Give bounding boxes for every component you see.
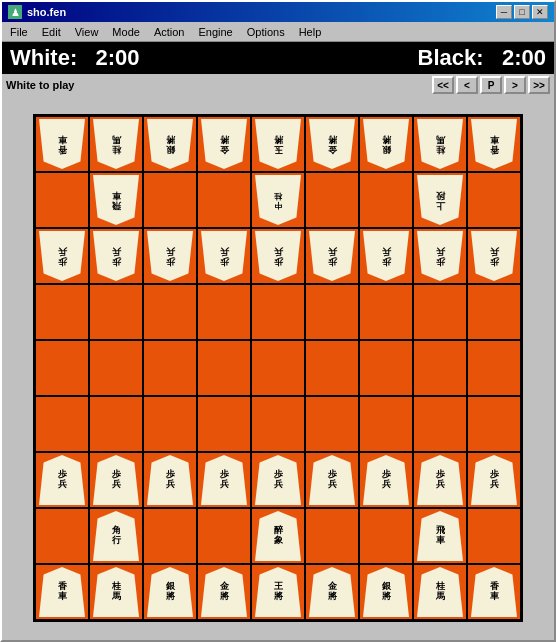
cell-r4c4[interactable] (197, 284, 251, 340)
cell-r4c1[interactable] (35, 284, 89, 340)
cell-r7c6[interactable]: 歩兵 (305, 452, 359, 508)
menu-file[interactable]: File (4, 24, 34, 39)
cell-r7c4[interactable]: 歩兵 (197, 452, 251, 508)
cell-r6c6[interactable] (305, 396, 359, 452)
cell-r8c4[interactable] (197, 508, 251, 564)
shogi-board[interactable]: 香車 桂馬 銀將 金將 玉將 金將 銀將 桂馬 香車 飛車 中桂 上段 歩兵 歩… (33, 114, 523, 622)
cell-r2c4[interactable] (197, 172, 251, 228)
cell-r6c7[interactable] (359, 396, 413, 452)
cell-r5c5[interactable] (251, 340, 305, 396)
cell-r3c3[interactable]: 歩兵 (143, 228, 197, 284)
piece-black-pawn-6: 歩兵 (309, 231, 355, 281)
menu-action[interactable]: Action (148, 24, 191, 39)
cell-r6c2[interactable] (89, 396, 143, 452)
nav-first-button[interactable]: << (432, 76, 454, 94)
nav-next-button[interactable]: > (504, 76, 526, 94)
cell-r8c8[interactable]: 飛車 (413, 508, 467, 564)
nav-last-button[interactable]: >> (528, 76, 550, 94)
cell-r3c4[interactable]: 歩兵 (197, 228, 251, 284)
cell-r4c8[interactable] (413, 284, 467, 340)
cell-r2c6[interactable] (305, 172, 359, 228)
menu-mode[interactable]: Mode (106, 24, 146, 39)
cell-r3c8[interactable]: 歩兵 (413, 228, 467, 284)
cell-r1c3[interactable]: 銀將 (143, 116, 197, 172)
cell-r5c1[interactable] (35, 340, 89, 396)
cell-r9c1[interactable]: 香車 (35, 564, 89, 620)
menu-edit[interactable]: Edit (36, 24, 67, 39)
nav-prev-button[interactable]: < (456, 76, 478, 94)
cell-r7c5[interactable]: 歩兵 (251, 452, 305, 508)
cell-r5c4[interactable] (197, 340, 251, 396)
cell-r2c9[interactable] (467, 172, 521, 228)
cell-r2c8[interactable]: 上段 (413, 172, 467, 228)
nav-pass-button[interactable]: P (480, 76, 502, 94)
cell-r2c7[interactable] (359, 172, 413, 228)
cell-r1c1[interactable]: 香車 (35, 116, 89, 172)
cell-r2c3[interactable] (143, 172, 197, 228)
cell-r3c5[interactable]: 歩兵 (251, 228, 305, 284)
cell-r7c7[interactable]: 歩兵 (359, 452, 413, 508)
cell-r3c9[interactable]: 歩兵 (467, 228, 521, 284)
cell-r1c6[interactable]: 金將 (305, 116, 359, 172)
menu-options[interactable]: Options (241, 24, 291, 39)
cell-r8c3[interactable] (143, 508, 197, 564)
cell-r9c9[interactable]: 香車 (467, 564, 521, 620)
cell-r9c2[interactable]: 桂馬 (89, 564, 143, 620)
cell-r4c6[interactable] (305, 284, 359, 340)
cell-r6c9[interactable] (467, 396, 521, 452)
cell-r8c5[interactable]: 醉象 (251, 508, 305, 564)
cell-r8c6[interactable] (305, 508, 359, 564)
cell-r1c7[interactable]: 銀將 (359, 116, 413, 172)
cell-r2c2[interactable]: 飛車 (89, 172, 143, 228)
menu-engine[interactable]: Engine (192, 24, 238, 39)
cell-r3c6[interactable]: 歩兵 (305, 228, 359, 284)
cell-r7c3[interactable]: 歩兵 (143, 452, 197, 508)
cell-r5c9[interactable] (467, 340, 521, 396)
cell-r1c9[interactable]: 香車 (467, 116, 521, 172)
cell-r2c1[interactable] (35, 172, 89, 228)
minimize-button[interactable]: ─ (496, 5, 512, 19)
cell-r4c3[interactable] (143, 284, 197, 340)
menu-view[interactable]: View (69, 24, 105, 39)
cell-r8c7[interactable] (359, 508, 413, 564)
cell-r5c7[interactable] (359, 340, 413, 396)
cell-r8c2[interactable]: 角行 (89, 508, 143, 564)
piece-white-lance-1: 香車 (39, 567, 85, 617)
cell-r7c8[interactable]: 歩兵 (413, 452, 467, 508)
cell-r4c2[interactable] (89, 284, 143, 340)
cell-r5c6[interactable] (305, 340, 359, 396)
cell-r9c8[interactable]: 桂馬 (413, 564, 467, 620)
cell-r9c3[interactable]: 銀將 (143, 564, 197, 620)
cell-r9c5[interactable]: 王將 (251, 564, 305, 620)
cell-r3c2[interactable]: 歩兵 (89, 228, 143, 284)
cell-r2c5[interactable]: 中桂 (251, 172, 305, 228)
cell-r6c3[interactable] (143, 396, 197, 452)
cell-r9c6[interactable]: 金將 (305, 564, 359, 620)
cell-r1c5[interactable]: 玉將 (251, 116, 305, 172)
cell-r5c8[interactable] (413, 340, 467, 396)
close-button[interactable]: ✕ (532, 5, 548, 19)
cell-r6c5[interactable] (251, 396, 305, 452)
cell-r5c3[interactable] (143, 340, 197, 396)
cell-r4c9[interactable] (467, 284, 521, 340)
cell-r9c4[interactable]: 金將 (197, 564, 251, 620)
cell-r1c2[interactable]: 桂馬 (89, 116, 143, 172)
cell-r1c8[interactable]: 桂馬 (413, 116, 467, 172)
cell-r7c2[interactable]: 歩兵 (89, 452, 143, 508)
cell-r7c9[interactable]: 歩兵 (467, 452, 521, 508)
cell-r6c4[interactable] (197, 396, 251, 452)
cell-r6c8[interactable] (413, 396, 467, 452)
cell-r4c7[interactable] (359, 284, 413, 340)
restore-button[interactable]: □ (514, 5, 530, 19)
cell-r5c2[interactable] (89, 340, 143, 396)
cell-r1c4[interactable]: 金將 (197, 116, 251, 172)
cell-r8c9[interactable] (467, 508, 521, 564)
cell-r7c1[interactable]: 歩兵 (35, 452, 89, 508)
cell-r4c5[interactable] (251, 284, 305, 340)
cell-r3c7[interactable]: 歩兵 (359, 228, 413, 284)
cell-r8c1[interactable] (35, 508, 89, 564)
cell-r3c1[interactable]: 歩兵 (35, 228, 89, 284)
cell-r6c1[interactable] (35, 396, 89, 452)
cell-r9c7[interactable]: 銀將 (359, 564, 413, 620)
menu-help[interactable]: Help (293, 24, 328, 39)
